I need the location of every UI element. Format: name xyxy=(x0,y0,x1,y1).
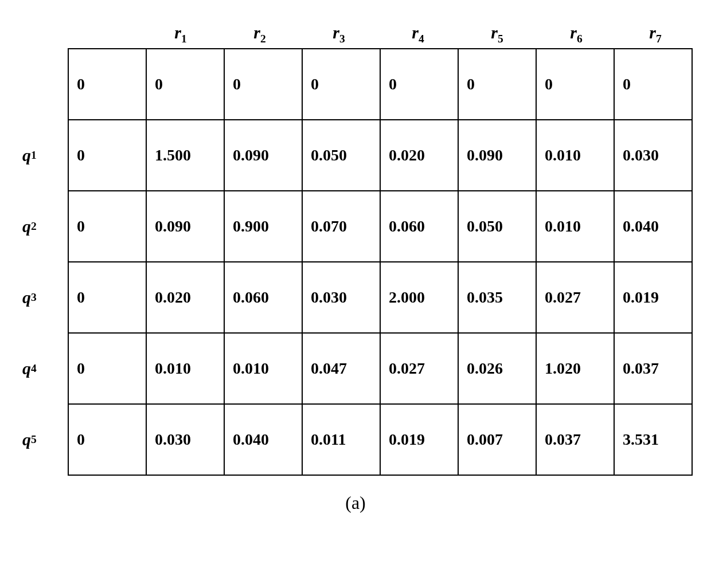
cell: 0.090 xyxy=(458,119,537,191)
cell: 0.030 xyxy=(146,403,225,476)
cell: 0 xyxy=(380,48,459,120)
cell: 0.019 xyxy=(380,403,459,476)
cell: 0.900 xyxy=(224,190,303,262)
col-header-r7: r7 xyxy=(616,23,695,45)
cell: 0.070 xyxy=(302,190,381,262)
cell: 0.050 xyxy=(302,119,381,191)
cell: 0.035 xyxy=(458,261,537,334)
cell: 0.019 xyxy=(614,261,693,334)
cell: 0 xyxy=(68,119,147,191)
cell: 0 xyxy=(68,190,147,262)
cell: 0.010 xyxy=(536,119,615,191)
cell: 0.027 xyxy=(536,261,615,334)
cell: 0.030 xyxy=(302,261,381,334)
row-label-q3: q3 xyxy=(19,262,68,333)
cell: 0.090 xyxy=(146,190,225,262)
table-row: 0 0 0 0 0 0 0 0 xyxy=(19,49,692,120)
cell: 2.000 xyxy=(380,261,459,334)
table-row: q2 0 0.090 0.900 0.070 0.060 0.050 0.010… xyxy=(19,191,692,262)
cell: 0.027 xyxy=(380,332,459,405)
cell: 0 xyxy=(536,48,615,120)
cell: 0 xyxy=(302,48,381,120)
row-label-q1: q1 xyxy=(19,120,68,191)
cell: 0.037 xyxy=(536,403,615,476)
row-label-q5: q5 xyxy=(19,404,68,475)
column-headers: r1 r2 r3 r4 r5 r6 r7 xyxy=(62,23,695,45)
cell: 0 xyxy=(68,403,147,476)
col-header-r3: r3 xyxy=(299,23,378,45)
cell: 0.026 xyxy=(458,332,537,405)
col-header-r1: r1 xyxy=(141,23,220,45)
table-row: q5 0 0.030 0.040 0.011 0.019 0.007 0.037… xyxy=(19,404,692,475)
row-label-q2: q2 xyxy=(19,191,68,262)
cell: 0 xyxy=(458,48,537,120)
col-header-r5: r5 xyxy=(458,23,537,45)
cell: 0.040 xyxy=(224,403,303,476)
cell: 0.020 xyxy=(380,119,459,191)
col-header-r6: r6 xyxy=(537,23,616,45)
cell: 0.060 xyxy=(380,190,459,262)
col-header-r2: r2 xyxy=(220,23,299,45)
cell: 0.010 xyxy=(146,332,225,405)
cell: 1.500 xyxy=(146,119,225,191)
cell: 0 xyxy=(68,261,147,334)
cell: 0.011 xyxy=(302,403,381,476)
cell: 0.090 xyxy=(224,119,303,191)
cell: 0.007 xyxy=(458,403,537,476)
col-header-r4: r4 xyxy=(378,23,458,45)
cell: 0.020 xyxy=(146,261,225,334)
row-label-blank xyxy=(19,49,68,120)
cell: 0.040 xyxy=(614,190,693,262)
table-row: q1 0 1.500 0.090 0.050 0.020 0.090 0.010… xyxy=(19,120,692,191)
cell: 0 xyxy=(68,332,147,405)
cell: 0 xyxy=(68,48,147,120)
figure-caption: (a) xyxy=(345,492,366,513)
cell: 0.060 xyxy=(224,261,303,334)
cell: 0 xyxy=(614,48,693,120)
cell: 3.531 xyxy=(614,403,693,476)
table-row: q3 0 0.020 0.060 0.030 2.000 0.035 0.027… xyxy=(19,262,692,333)
table-row: q4 0 0.010 0.010 0.047 0.027 0.026 1.020… xyxy=(19,333,692,404)
cell: 0.030 xyxy=(614,119,693,191)
matrix-table: r1 r2 r3 r4 r5 r6 r7 0 0 0 0 0 0 0 0 q1 … xyxy=(23,23,688,513)
cell: 0.010 xyxy=(536,190,615,262)
cell: 0.047 xyxy=(302,332,381,405)
cell: 0 xyxy=(224,48,303,120)
cell: 0.037 xyxy=(614,332,693,405)
cell: 0 xyxy=(146,48,225,120)
row-label-q4: q4 xyxy=(19,333,68,404)
cell: 0.050 xyxy=(458,190,537,262)
header-blank xyxy=(62,23,141,45)
cell: 0.010 xyxy=(224,332,303,405)
cell: 1.020 xyxy=(536,332,615,405)
